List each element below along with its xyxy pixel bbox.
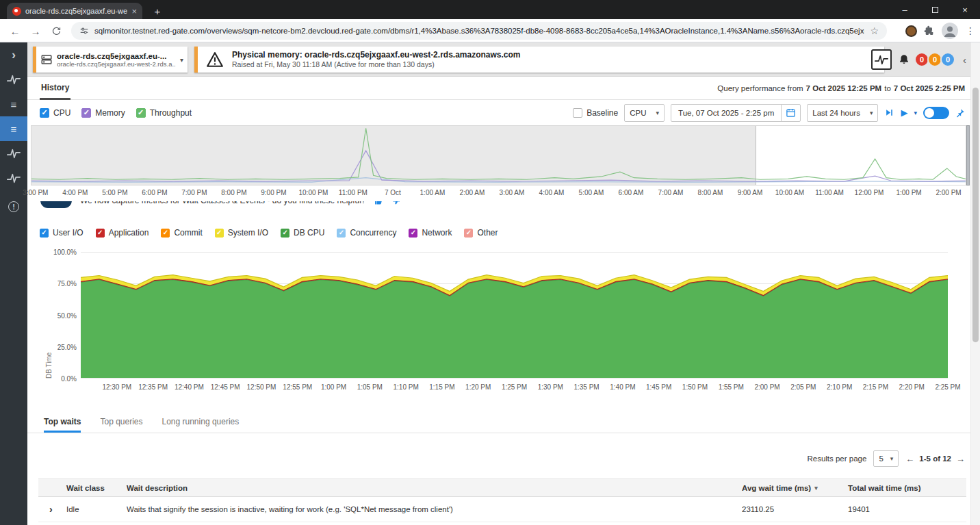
sidebar-item-pulse[interactable] <box>0 141 27 166</box>
x-axis-tick-label: 1:00 PM <box>321 383 346 391</box>
baseline-toggle[interactable]: Baseline <box>573 108 618 118</box>
play-options-caret[interactable]: ▾ <box>914 110 917 116</box>
metric-select[interactable]: CPU ▾ <box>624 104 665 122</box>
url-bar[interactable]: sqlmonitor.testnet.red-gate.com/overview… <box>71 22 887 40</box>
scrollbar-thumb[interactable] <box>972 88 979 342</box>
tab-long-running-queries[interactable]: Long running queries <box>162 417 240 433</box>
browser-tab[interactable]: oracle-rds.czq5ejxgaaxf.eu-wes × <box>7 3 142 19</box>
thumbs-up-button[interactable] <box>374 201 383 205</box>
notifications-bell-icon[interactable] <box>898 53 910 66</box>
timeline-tick-label: 6:00 PM <box>142 189 167 196</box>
bell-icon <box>898 53 910 66</box>
window-close-button[interactable]: × <box>950 0 980 19</box>
timeline-overview-chart[interactable] <box>31 125 966 185</box>
table-row[interactable]: ›IdleWaits that signify the session is i… <box>38 497 966 522</box>
bookmark-star-icon[interactable]: ☆ <box>870 25 879 36</box>
checkbox-label: CPU <box>53 108 70 118</box>
metric-toggle-memory[interactable]: ✓Memory <box>81 108 125 118</box>
timeline-drag-handle[interactable] <box>966 125 970 185</box>
timeline-tick-label: 11:00 PM <box>339 189 368 196</box>
pager-prev-button[interactable]: ← <box>905 454 914 464</box>
entity-name: oracle-rds.czq5ejxgaaxf.eu-... <box>57 52 176 60</box>
date-picker[interactable]: Tue, 07 Oct 2025 - 2:25 pm <box>671 104 801 122</box>
forward-button[interactable]: → <box>26 21 45 40</box>
checkbox-label: Commit <box>174 228 202 238</box>
profile-avatar[interactable] <box>942 23 958 39</box>
column-header-total-wait-time-ms[interactable]: Total wait time (ms) <box>848 484 966 492</box>
x-axis-tick-label: 12:50 PM <box>247 383 276 391</box>
play-button[interactable]: ▶ <box>901 107 907 118</box>
skip-to-now-button[interactable] <box>884 108 894 117</box>
new-tab-button[interactable]: + <box>149 3 166 18</box>
sidebar-item-server-list[interactable]: ≡ <box>0 92 27 116</box>
wait-class-toggle-commit[interactable]: ✓Commit <box>161 228 202 238</box>
db-time-chart[interactable] <box>81 252 948 379</box>
extensions-puzzle-icon[interactable] <box>924 25 935 36</box>
timeline-tick-label: 9:00 AM <box>738 189 763 196</box>
tab-history[interactable]: History <box>40 77 70 100</box>
sidebar-item-chevron-right[interactable]: › <box>0 42 27 67</box>
metric-toggle-cpu[interactable]: ✓CPU <box>40 108 70 118</box>
wait-class-toggle-network[interactable]: ✓Network <box>409 228 452 238</box>
wait-class-toggle-application[interactable]: ✓Application <box>96 228 149 238</box>
column-header-label: Wait description <box>127 484 188 492</box>
collapse-panel-button[interactable]: ‹ <box>963 54 966 66</box>
wait-class-toggle-db-cpu[interactable]: ✓DB CPU <box>281 228 324 238</box>
checkbox-icon: ✓ <box>161 229 170 238</box>
checkbox-icon: ✓ <box>409 229 417 238</box>
page-scrollbar[interactable] <box>970 42 980 525</box>
timeline-tick-label: 7 Oct <box>385 189 401 196</box>
checkbox-icon: ✓ <box>96 229 105 238</box>
wait-class-toggle-other[interactable]: ✓Other <box>464 228 498 238</box>
auto-refresh-toggle[interactable] <box>923 107 949 119</box>
tab-top-waits[interactable]: Top waits <box>44 417 81 433</box>
column-header-avg-wait-time-ms[interactable]: Avg wait time (ms)▾ <box>742 484 848 492</box>
range-to: 7 Oct 2025 2:25 PM <box>894 84 965 92</box>
sidebar-item-pulse[interactable] <box>0 166 27 190</box>
reload-button[interactable] <box>47 21 66 40</box>
tab-close-icon[interactable]: × <box>131 6 137 16</box>
window-minimize-button[interactable]: – <box>890 0 920 19</box>
x-axis-tick-label: 1:10 PM <box>394 383 419 391</box>
row-expander-button[interactable]: › <box>38 504 66 515</box>
x-axis-tick-label: 2:20 PM <box>899 383 925 391</box>
wait-class-toggle-concurrency[interactable]: ✓Concurrency <box>337 228 396 238</box>
per-page-select[interactable]: 5 ▾ <box>873 450 899 467</box>
metric-toggle-throughput[interactable]: ✓Throughput <box>136 108 192 118</box>
pin-timeline-button[interactable] <box>955 108 965 118</box>
pulse-icon <box>7 75 21 85</box>
column-header-wait-description[interactable]: Wait description <box>127 484 742 492</box>
window-maximize-button[interactable] <box>920 0 950 19</box>
column-header-label: Wait class <box>66 484 105 492</box>
wait-class-toggle-user-i-o[interactable]: ✓User I/O <box>40 228 83 238</box>
active-alert-banner[interactable]: Physical memory: oracle-rds.czq5ejxgaaxf… <box>194 47 884 73</box>
x-axis-tick-label: 12:45 PM <box>211 383 240 391</box>
pager-next-button[interactable]: → <box>956 454 965 464</box>
tab-title: oracle-rds.czq5ejxgaaxf.eu-wes <box>25 7 127 15</box>
y-axis-ticks: 100.0%75.0%50.0%25.0%0.0% <box>55 252 77 379</box>
sidebar-item-estate-list[interactable]: ≡ <box>0 116 27 141</box>
extension-icon[interactable] <box>905 25 917 37</box>
thumbs-down-button[interactable] <box>391 201 400 205</box>
toolbar-actions: ⋮ <box>905 21 976 40</box>
column-header-label: Avg wait time (ms) <box>742 484 811 492</box>
sidebar-item-alert-circle[interactable]: ! <box>0 194 27 219</box>
timeline-tick-label: 7:00 AM <box>658 189 684 196</box>
time-range-select[interactable]: Last 24 hours ▾ <box>807 104 878 122</box>
performance-analysis-button[interactable] <box>871 49 892 70</box>
sidebar-item-pulse[interactable] <box>0 67 27 92</box>
checkbox-icon: ✓ <box>40 108 49 118</box>
alert-count-badge-2[interactable]: 0 <box>940 52 955 67</box>
back-button[interactable]: ← <box>5 21 25 40</box>
x-axis-tick-label: 1:15 PM <box>429 383 454 391</box>
calendar-button[interactable] <box>781 105 800 121</box>
stacked-area-chart <box>81 252 948 378</box>
timeline-tick-label: 7:00 PM <box>181 189 207 196</box>
browser-menu-icon[interactable]: ⋮ <box>965 25 976 36</box>
column-header-wait-class[interactable]: Wait class <box>66 484 127 492</box>
monitored-server-selector[interactable]: oracle-rds.czq5ejxgaaxf.eu-... oracle-rd… <box>33 47 188 73</box>
app-header: oracle-rds.czq5ejxgaaxf.eu-... oracle-rd… <box>27 42 970 77</box>
tab-top-queries[interactable]: Top queries <box>100 417 142 433</box>
wait-class-toggle-system-i-o[interactable]: ✓System I/O <box>215 228 268 238</box>
timeline-tick-label: 10:00 AM <box>775 189 804 196</box>
